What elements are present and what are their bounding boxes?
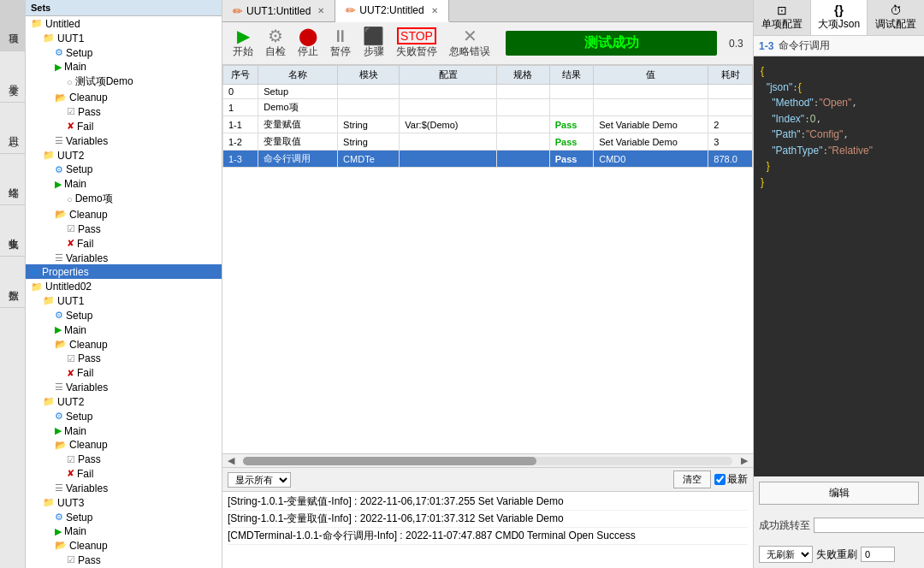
tree-item-icon-untitled: 📁 (31, 18, 43, 28)
tree-item-untitled02[interactable]: 📁Untitled02 (26, 279, 222, 293)
fail-pause-label: 失败暂停 (396, 44, 437, 59)
tree-item-fail2b[interactable]: ✘Fail (26, 466, 222, 481)
log-line: [String-1.0.1-变量赋值-Info] : 2022-11-06,17… (228, 494, 748, 511)
pause-icon: ⏸ (332, 27, 349, 44)
tree-item-label-main3: Main (64, 525, 86, 537)
tree-item-uut1b[interactable]: 📁UUT1 (26, 293, 222, 308)
tree-item-icon-testdemo1: ○ (67, 77, 73, 87)
tree-item-setup1b[interactable]: ⚙Setup (26, 308, 222, 322)
tab-uut1[interactable]: ✏ UUT1:Untitled ✕ (222, 0, 335, 21)
tree-item-pass1[interactable]: ☑Pass (26, 104, 222, 119)
retry-select[interactable]: 无刷新 (759, 546, 813, 563)
clear-button[interactable]: 清空 (673, 470, 711, 488)
step-button[interactable]: ⬛ 步骤 (359, 26, 388, 61)
tree-item-variables2b[interactable]: ☰Variables (26, 481, 222, 495)
tree-item-testdemo1[interactable]: ○测试项Demo (26, 74, 222, 90)
tree-item-cleanup2a[interactable]: 📂Cleanup (26, 207, 222, 222)
right-tab-json[interactable]: {} 大项Json (811, 0, 868, 35)
table-cell-4-3 (400, 151, 496, 168)
tree-item-variables2a[interactable]: ☰Variables (26, 251, 222, 265)
log-line: [String-1.0.1-变量取值-Info] : 2022-11-06,17… (228, 511, 748, 528)
tree-item-uut1[interactable]: 📁UUT1 (26, 31, 222, 45)
tree-item-setup1[interactable]: ⚙Setup (26, 45, 222, 60)
tree-item-properties[interactable]: ⚙Properties (26, 264, 222, 279)
tree-item-uut2b[interactable]: 📁UUT2 (26, 394, 222, 409)
right-tab-single[interactable]: ⊡ 单项配置 (754, 0, 811, 35)
tab-title-uut1: UUT1:Untitled (246, 5, 311, 17)
sidebar-tab-variable[interactable]: 变量 (0, 51, 26, 103)
sidebar-tab-project[interactable]: 项目 (0, 0, 26, 51)
pause-button[interactable]: ⏸ 暂停 (327, 26, 354, 61)
table-row[interactable]: 0Setup (223, 85, 753, 99)
horizontal-scrollbar[interactable]: ◀ ▶ (222, 453, 753, 467)
tree-item-icon-cleanup3: 📂 (55, 540, 67, 550)
tree-item-cleanup2b[interactable]: 📂Cleanup (26, 437, 222, 452)
tree-item-main1[interactable]: ▶Main (26, 59, 222, 74)
tree-item-uut3[interactable]: 📁UUT3 (26, 495, 222, 510)
tree-item-variables1b[interactable]: ☰Variables (26, 380, 222, 394)
sidebar-tab-terminal[interactable]: 终端 (0, 154, 26, 205)
tab-icon-uut1: ✏ (233, 4, 243, 18)
tree-item-demo2a[interactable]: ○Demo项 (26, 191, 222, 207)
scroll-left-btn[interactable]: ◀ (222, 455, 240, 466)
tree-item-main2b[interactable]: ▶Main (26, 423, 222, 438)
tree-item-cleanup1b[interactable]: 📂Cleanup (26, 337, 222, 352)
tree-item-setup2b[interactable]: ⚙Setup (26, 409, 222, 423)
tree-item-setup3[interactable]: ⚙Setup (26, 510, 222, 524)
latest-checkbox[interactable] (714, 474, 726, 485)
tree-item-icon-main2a: ▶ (55, 179, 62, 189)
fail-pause-button[interactable]: STOP 失败暂停 (393, 26, 441, 61)
tree-item-cleanup1[interactable]: 📂Cleanup (26, 90, 222, 104)
table-row[interactable]: 1-2变量取值StringPassSet Variable Demo3 (223, 133, 753, 151)
tree-item-fail2a[interactable]: ✘Fail (26, 236, 222, 251)
log-area: [String-1.0.1-变量赋值-Info] : 2022-11-06,17… (222, 491, 753, 568)
tree-item-pass3[interactable]: ☑Pass (26, 553, 222, 567)
tree-item-fail1[interactable]: ✘Fail (26, 119, 222, 133)
tree-item-untitled[interactable]: 📁Untitled (26, 16, 222, 31)
sidebar-tab-log[interactable]: 日志 (0, 103, 26, 154)
filter-select[interactable]: 显示所有 仅失败 仅通过 (228, 472, 291, 488)
tree-item-pass1b[interactable]: ☑Pass (26, 351, 222, 365)
start-button[interactable]: ▶ 开始 (229, 26, 257, 61)
tree-item-setup2a[interactable]: ⚙Setup (26, 162, 222, 176)
table-cell-3-6: Set Variable Demo (594, 133, 708, 151)
tree-item-icon-pass3: ☑ (67, 554, 75, 565)
tree-item-cleanup3[interactable]: 📂Cleanup (26, 538, 222, 553)
tree-item-main2a[interactable]: ▶Main (26, 176, 222, 191)
tree-item-icon-properties: ⚙ (31, 267, 39, 277)
selfcheck-button[interactable]: ⚙ 自检 (262, 26, 289, 61)
tree-panel: Sets 📁Untitled📁UUT1⚙Setup▶Main○测试项Demo📂C… (26, 0, 222, 568)
fail-retry-input[interactable] (861, 547, 895, 562)
tree-item-pass2b[interactable]: ☑Pass (26, 452, 222, 466)
tree-item-fail1b[interactable]: ✘Fail (26, 365, 222, 380)
right-tab-debug[interactable]: ⏱ 调试配置 (868, 0, 924, 35)
edit-button[interactable]: 编辑 (759, 482, 919, 505)
sidebar-tab-collect[interactable]: 收集夹 (0, 205, 26, 257)
tree-item-main1b[interactable]: ▶Main (26, 322, 222, 337)
stop-label: 停止 (298, 44, 318, 59)
sidebar-tab-data[interactable]: 数据 (0, 257, 26, 308)
tree-item-pass2a[interactable]: ☑Pass (26, 222, 222, 236)
tree-item-icon-uut1b: 📁 (43, 295, 55, 305)
tab-uut2[interactable]: ✏ UUT2:Untitled ✕ (335, 0, 448, 22)
table-row[interactable]: 1-1变量赋值StringVar:$(Demo)PassSet Variable… (223, 116, 753, 133)
tree-item-icon-setup1: ⚙ (55, 47, 63, 57)
scroll-right-btn[interactable]: ▶ (736, 455, 753, 466)
table-row[interactable]: 1-3命令行调用CMDTePassCMD0878.0 (223, 151, 753, 168)
test-table: 序号 名称 模块 配置 规格 结果 值 耗时 0Setup1Demo项1-1变量… (222, 65, 753, 168)
success-jump-input[interactable] (814, 518, 924, 533)
scroll-thumb[interactable] (243, 457, 536, 465)
ignore-error-button[interactable]: ✕ 忽略错误 (446, 26, 494, 61)
success-jump-row: 成功跳转至 失败 (759, 510, 919, 541)
json-brace-inner-close: } (767, 160, 770, 172)
tab-close-uut1[interactable]: ✕ (317, 6, 324, 15)
tree-item-main3[interactable]: ▶Main (26, 524, 222, 538)
latest-checkbox-label[interactable]: 最新 (714, 472, 748, 487)
tab-close-uut2[interactable]: ✕ (431, 6, 438, 15)
stop-button[interactable]: ⬤ 停止 (294, 26, 322, 61)
tree-item-uut2a[interactable]: 📁UUT2 (26, 148, 222, 163)
tree-item-variables1[interactable]: ☰Variables (26, 133, 222, 148)
selfcheck-icon: ⚙ (268, 27, 283, 44)
table-cell-0-5 (549, 85, 594, 99)
table-row[interactable]: 1Demo项 (223, 99, 753, 116)
